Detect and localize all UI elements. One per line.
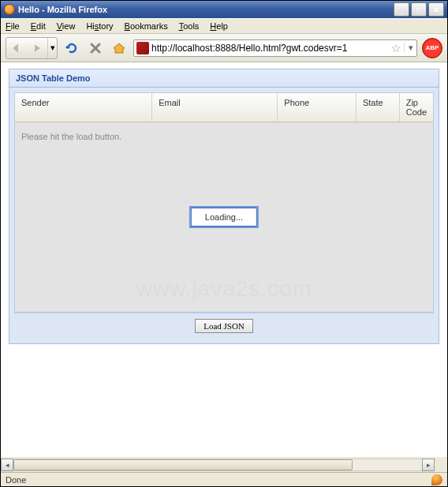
col-phone[interactable]: Phone: [278, 93, 357, 122]
col-sender[interactable]: Sender: [15, 93, 152, 122]
url-input[interactable]: http://localhost:8888/Hello.html?gwt.cod…: [151, 43, 388, 54]
url-dropdown-icon[interactable]: ▾: [404, 43, 416, 53]
statusbar: Done: [1, 472, 447, 486]
panel-title: JSON Table Demo: [9, 69, 439, 88]
scroll-track[interactable]: [13, 459, 422, 471]
menu-edit[interactable]: Edit: [31, 21, 46, 31]
loading-indicator: Loading...: [189, 206, 259, 228]
watermark-text: www.java2s.com: [136, 276, 312, 302]
horizontal-scrollbar[interactable]: ◂ ▸: [1, 456, 435, 472]
scroll-corner: [435, 456, 447, 472]
firebug-icon[interactable]: [431, 474, 442, 485]
load-json-button[interactable]: Load JSON: [195, 319, 253, 333]
empty-hint: Please hit the load button.: [21, 132, 121, 141]
col-zip[interactable]: Zip Code: [400, 93, 433, 122]
menu-bookmarks[interactable]: Bookmarks: [125, 21, 168, 31]
reload-button[interactable]: [62, 39, 81, 58]
maximize-button[interactable]: □: [411, 2, 427, 17]
menu-tools[interactable]: Tools: [179, 21, 200, 31]
toolbar: ▾ http://localhost:8888/Hello.html?gwt.c…: [1, 34, 447, 62]
minimize-button[interactable]: _: [394, 2, 409, 17]
scroll-right-button[interactable]: ▸: [422, 459, 435, 471]
menubar: File Edit View History Bookmarks Tools H…: [1, 18, 447, 34]
nav-dropdown[interactable]: ▾: [47, 38, 57, 58]
adblock-icon[interactable]: ABP: [422, 38, 442, 58]
table-body: Please hit the load button. www.java2s.c…: [15, 122, 433, 312]
stop-button[interactable]: [86, 39, 105, 58]
firefox-icon: [4, 4, 15, 15]
data-table: Sender Email Phone State Zip Code Please…: [14, 92, 434, 313]
panel-footer: Load JSON: [14, 313, 434, 339]
menu-view[interactable]: View: [57, 21, 76, 31]
table-header: Sender Email Phone State Zip Code: [15, 93, 433, 122]
window-titlebar: Hello - Mozilla Firefox _ □ ✕: [1, 1, 447, 18]
url-bar[interactable]: http://localhost:8888/Hello.html?gwt.cod…: [133, 39, 417, 57]
scroll-thumb[interactable]: [13, 459, 353, 470]
page-content: JSON Table Demo Sender Email Phone State…: [1, 62, 447, 456]
close-button[interactable]: ✕: [428, 2, 444, 17]
site-favicon: [136, 42, 149, 54]
menu-file[interactable]: File: [6, 21, 20, 31]
bookmark-star-icon[interactable]: ☆: [388, 42, 404, 54]
home-button[interactable]: [110, 39, 129, 58]
col-state[interactable]: State: [357, 93, 400, 122]
status-text: Done: [6, 475, 26, 485]
col-email[interactable]: Email: [152, 93, 278, 122]
menu-help[interactable]: Help: [210, 21, 228, 31]
forward-button[interactable]: [27, 38, 47, 58]
back-button[interactable]: [6, 38, 27, 58]
json-table-panel: JSON Table Demo Sender Email Phone State…: [9, 69, 439, 344]
menu-history[interactable]: History: [86, 21, 113, 31]
window-title: Hello - Mozilla Firefox: [18, 5, 394, 14]
scroll-left-button[interactable]: ◂: [1, 459, 13, 471]
